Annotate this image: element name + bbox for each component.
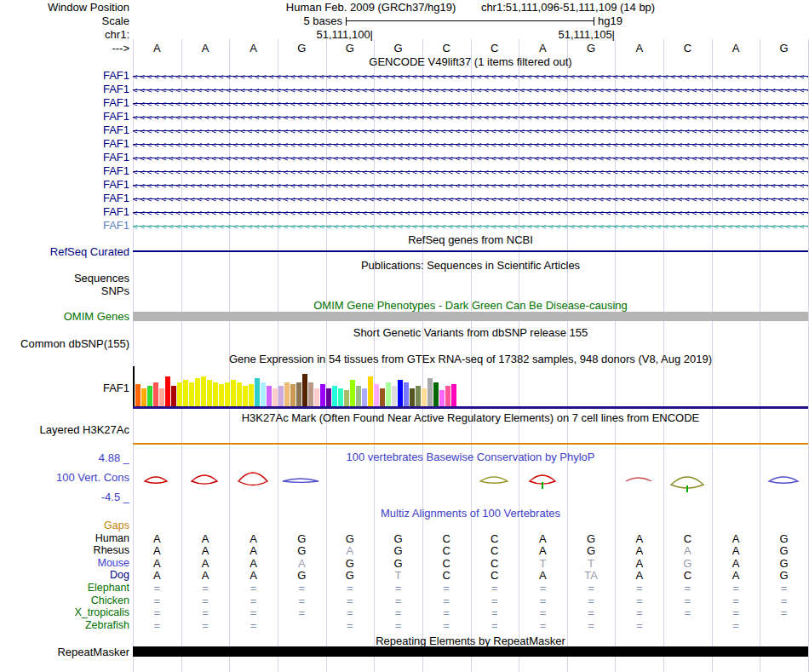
alignment-base: C (470, 544, 519, 557)
gtex-tissue-bar (165, 376, 170, 406)
omim-gene-bar[interactable] (133, 312, 808, 321)
gene-label-faf1[interactable]: FAF1 (0, 192, 129, 205)
alignment-base: A (712, 544, 760, 557)
repeatmasker-track-title: Repeating Elements by RepeatMasker (133, 635, 808, 648)
gene-transcript-row[interactable]: <<<<<<<<<<<<<<<<<<<<<<<<<<<<<<<<<<<<<<<<… (133, 178, 808, 192)
alignment-base: = (133, 594, 181, 607)
alignment-row-x_tropicalis[interactable]: ============== (133, 606, 808, 619)
alignment-base: A (519, 569, 567, 582)
gene-transcript-row[interactable]: <<<<<<<<<<<<<<<<<<<<<<<<<<<<<<<<<<<<<<<<… (133, 151, 808, 164)
gtex-tissue-bar (261, 382, 266, 406)
alignment-row-zebrafish[interactable]: =========== (133, 619, 808, 632)
gtex-gene-label[interactable]: FAF1 (0, 382, 129, 395)
conservation-track-title: 100 vertebrates Basewise Conservation by… (133, 451, 808, 464)
alignment-row-mouse[interactable]: AAAAGGCCTTAGAG (133, 557, 808, 570)
gtex-tissue-bar (135, 384, 141, 406)
gene-transcript-row[interactable]: <<<<<<<<<<<<<<<<<<<<<<<<<<<<<<<<<<<<<<<<… (133, 123, 808, 137)
gene-transcript-row[interactable]: <<<<<<<<<<<<<<<<<<<<<<<<<<<<<<<<<<<<<<<<… (133, 83, 808, 96)
gene-label-faf1[interactable]: FAF1 (0, 83, 129, 96)
gtex-tissue-bar (237, 382, 242, 406)
species-label-x_tropicalis[interactable]: X_tropicalis (0, 606, 129, 619)
alignment-base: = (181, 582, 230, 594)
gene-transcript-row[interactable]: <<<<<<<<<<<<<<<<<<<<<<<<<<<<<<<<<<<<<<<<… (133, 69, 808, 83)
alignment-base: = (519, 594, 567, 607)
alignment-row-chicken[interactable]: ============== (133, 594, 808, 607)
alignment-base: = (229, 606, 278, 619)
gene-transcript-row[interactable]: <<<<<<<<<<<<<<<<<<<<<<<<<<<<<<<<<<<<<<<<… (133, 96, 808, 110)
coordinate-tick-right: 51,111,105| (133, 28, 615, 42)
alignment-row-elephant[interactable]: ============== (133, 582, 808, 594)
refseq-gene-line[interactable] (133, 250, 808, 252)
alignment-row-gaps[interactable] (133, 520, 808, 532)
species-label-gaps[interactable]: Gaps (0, 520, 129, 532)
species-label-mouse[interactable]: Mouse (0, 557, 129, 570)
gene-label-faf1[interactable]: FAF1 (0, 110, 129, 123)
strand-arrows-left: <<<<<<<<<<<<<<<<<<<<<<<<<<<<<<<<<<<<<<<<… (133, 205, 808, 219)
alignment-base: = (519, 606, 567, 619)
gtex-tissue-bar (451, 384, 456, 406)
alignment-base: = (663, 582, 712, 594)
gene-label-faf1[interactable]: FAF1 (0, 219, 129, 233)
alignment-base: = (470, 582, 519, 594)
base-letter: C (470, 42, 519, 55)
sequences-label[interactable]: Sequences (0, 272, 129, 285)
alignment-base: A (133, 532, 181, 545)
gene-label-faf1[interactable]: FAF1 (0, 151, 129, 164)
h3k27ac-label[interactable]: Layered H3K27Ac (0, 423, 129, 437)
snps-label[interactable]: SNPs (0, 284, 129, 298)
multiz-track-title: Multiz Alignments of 100 Vertebrates (133, 507, 808, 520)
alignment-base: = (760, 606, 808, 619)
gene-label-faf1[interactable]: FAF1 (0, 137, 129, 151)
refseq-track-title: RefSeq genes from NCBI (133, 233, 808, 247)
gtex-tissue-bar (362, 388, 367, 406)
gene-transcript-row[interactable]: <<<<<<<<<<<<<<<<<<<<<<<<<<<<<<<<<<<<<<<<… (133, 110, 808, 123)
alignment-base: = (567, 594, 616, 607)
alignment-base (181, 520, 230, 532)
gene-transcript-row[interactable]: <<<<<<<<<<<<<<<<<<<<<<<<<<<<<<<<<<<<<<<<… (133, 164, 808, 178)
base-ruler[interactable]: AAAGGGCCAGACAG (133, 42, 808, 55)
gtex-expression-chart[interactable] (135, 366, 457, 406)
alignment-base: = (229, 594, 278, 607)
alignment-base: = (760, 594, 808, 607)
strand-arrows-left: <<<<<<<<<<<<<<<<<<<<<<<<<<<<<<<<<<<<<<<<… (133, 178, 808, 192)
gene-label-faf1[interactable]: FAF1 (0, 164, 129, 178)
alignment-base (229, 520, 278, 532)
position-text: chr1:51,111,096-51,111,109 (14 bp) (481, 1, 655, 14)
gtex-tissue-bar (356, 386, 361, 406)
gene-transcript-row[interactable]: <<<<<<<<<<<<<<<<<<<<<<<<<<<<<<<<<<<<<<<<… (133, 192, 808, 205)
gene-label-faf1[interactable]: FAF1 (0, 96, 129, 110)
species-label-zebrafish[interactable]: Zebrafish (0, 619, 129, 632)
gtex-tissue-bar (380, 388, 385, 406)
conservation-plot[interactable] (133, 462, 808, 500)
alignment-row-rhesus[interactable]: AAAGAGCCAGAAAG (133, 544, 808, 557)
gene-transcript-row[interactable]: <<<<<<<<<<<<<<<<<<<<<<<<<<<<<<<<<<<<<<<<… (133, 205, 808, 219)
alignment-base: = (181, 619, 230, 632)
gene-label-faf1[interactable]: FAF1 (0, 178, 129, 192)
strand-arrows-left: <<<<<<<<<<<<<<<<<<<<<<<<<<<<<<<<<<<<<<<<… (133, 96, 808, 110)
alignment-base: A (181, 557, 230, 570)
repeatmasker-label[interactable]: RepeatMasker (0, 646, 129, 659)
gene-transcript-row[interactable]: <<<<<<<<<<<<<<<<<<<<<<<<<<<<<<<<<<<<<<<<… (133, 137, 808, 151)
alignment-row-dog[interactable]: AAAGGTCCATAACAG (133, 569, 808, 582)
alignment-base (760, 619, 808, 632)
species-label-chicken[interactable]: Chicken (0, 594, 129, 607)
gene-transcript-row[interactable]: <<<<<<<<<<<<<<<<<<<<<<<<<<<<<<<<<<<<<<<<… (133, 219, 808, 233)
species-label-dog[interactable]: Dog (0, 569, 129, 582)
conservation-max-label: 4.88 _ (0, 451, 129, 465)
h3k27ac-signal-line[interactable] (133, 443, 808, 445)
alignment-base: A (519, 544, 567, 557)
gene-label-faf1[interactable]: FAF1 (0, 69, 129, 83)
species-label-rhesus[interactable]: Rhesus (0, 544, 129, 557)
species-label-elephant[interactable]: Elephant (0, 582, 129, 594)
chrom-label: chr1: (0, 28, 129, 42)
alignment-row-human[interactable]: AAAGGGCCAGACAG (133, 532, 808, 545)
alignment-base (326, 520, 375, 532)
gene-label-faf1[interactable]: FAF1 (0, 123, 129, 137)
conservation-label[interactable]: 100 Vert. Cons (0, 471, 129, 485)
gene-label-faf1[interactable]: FAF1 (0, 205, 129, 219)
dbsnp-label[interactable]: Common dbSNP(155) (0, 337, 129, 351)
omim-genes-label[interactable]: OMIM Genes (0, 310, 129, 324)
alignment-base (712, 520, 760, 532)
species-label-human[interactable]: Human (0, 532, 129, 545)
refseq-curated-label[interactable]: RefSeq Curated (0, 245, 129, 259)
